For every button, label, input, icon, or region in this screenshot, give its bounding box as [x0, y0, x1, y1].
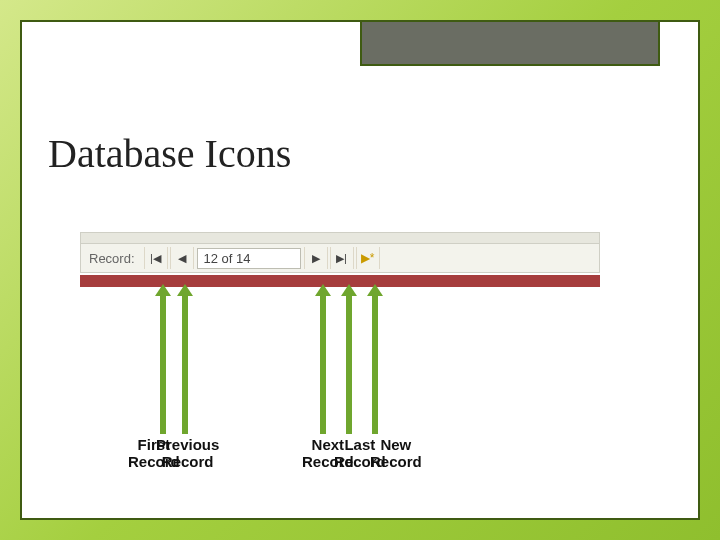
nav-top-shade — [80, 232, 600, 243]
callout-new: NewRecord — [370, 436, 422, 471]
first-record-icon[interactable]: |◀ — [144, 247, 168, 269]
nav-bar: Record: |◀ ◀ 12 of 14 ▶ ▶| ▶* — [80, 243, 600, 273]
previous-record-icon[interactable]: ◀ — [170, 247, 194, 269]
slide-title: Database Icons — [48, 130, 291, 177]
arrow-previous — [182, 294, 188, 434]
next-record-icon[interactable]: ▶ — [304, 247, 328, 269]
title-tab — [360, 20, 660, 66]
arrow-last — [346, 294, 352, 434]
record-navigator: Record: |◀ ◀ 12 of 14 ▶ ▶| ▶* — [80, 232, 600, 287]
record-count: 12 of 14 — [197, 248, 301, 269]
arrow-new — [372, 294, 378, 434]
arrow-next — [320, 294, 326, 434]
slide: Database Icons Record: |◀ ◀ 12 of 14 ▶ ▶… — [0, 0, 720, 540]
new-record-icon[interactable]: ▶* — [356, 247, 380, 269]
nav-label: Record: — [81, 251, 143, 266]
last-record-icon[interactable]: ▶| — [330, 247, 354, 269]
arrow-first — [160, 294, 166, 434]
callout-previous: PreviousRecord — [156, 436, 219, 471]
